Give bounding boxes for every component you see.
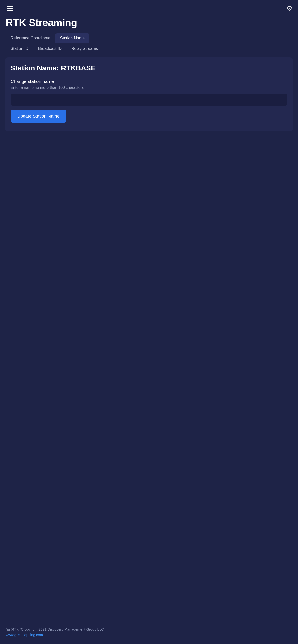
card-title: Station Name: RTKBASE — [11, 64, 287, 72]
tab-broadcast-id[interactable]: Broadcast ID — [33, 44, 66, 54]
menu-icon[interactable] — [6, 5, 14, 12]
tab-station-name[interactable]: Station Name — [55, 33, 89, 43]
update-station-name-button[interactable]: Update Station Name — [11, 110, 66, 123]
footer-copyright: (C)opyright 2021 Discovery Management Gr… — [19, 627, 104, 631]
tabs-row-1: Reference Coordinate Station Name — [0, 33, 298, 43]
tabs-row-2: Station ID Broadcast ID Relay Streams — [0, 44, 298, 54]
footer-brand-italic: fast — [6, 627, 12, 631]
station-name-input[interactable] — [11, 94, 287, 106]
header: ⚙ — [0, 0, 298, 14]
footer: fastRTK (C)opyright 2021 Discovery Manag… — [0, 622, 298, 644]
tab-reference-coordinate[interactable]: Reference Coordinate — [6, 33, 55, 43]
tab-relay-streams[interactable]: Relay Streams — [66, 44, 103, 54]
main-card: Station Name: RTKBASE Change station nam… — [5, 57, 293, 131]
footer-brand-rest: RTK — [12, 627, 19, 631]
section-label: Change station name — [11, 79, 287, 84]
footer-link[interactable]: www.gps-mapping.com — [6, 633, 43, 637]
section-hint: Enter a name no more than 100 characters… — [11, 86, 287, 90]
tab-station-id[interactable]: Station ID — [6, 44, 33, 54]
settings-icon[interactable]: ⚙ — [286, 4, 292, 12]
page-title: RTK Streaming — [0, 14, 298, 33]
footer-brand: fastRTK (C)opyright 2021 Discovery Manag… — [6, 627, 292, 631]
